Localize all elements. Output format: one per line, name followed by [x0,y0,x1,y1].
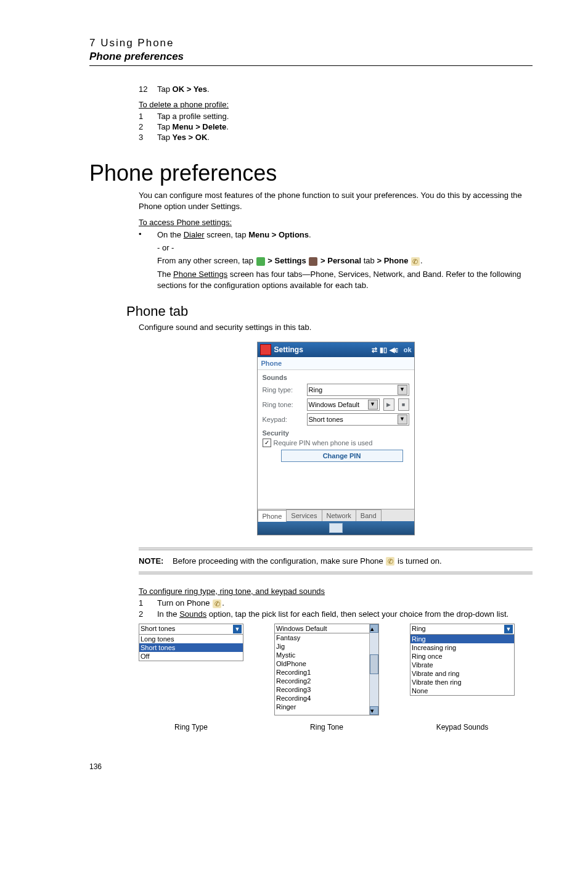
select-value: Windows Default [309,401,360,408]
list-item[interactable]: Increasing ring [410,643,514,652]
list-item[interactable]: None [410,686,514,695]
wm-titlebar: Settings ⇄ ▮▯ ◀ϵ ok [258,342,414,357]
require-pin-row: ✓ Require PIN when phone is used [263,439,409,447]
list-item[interactable]: Recording1 [275,668,369,677]
dd-selected[interactable]: Ring ▼ [410,624,514,635]
header-rule [89,65,533,66]
list-item[interactable]: Recording2 [275,677,369,685]
alt-line: From any other screen, tap > Settings > … [157,255,533,266]
list-item[interactable]: Ring once [410,652,514,661]
require-pin-label: Require PIN when phone is used [274,439,373,447]
keypad-sounds-dropdown: Ring ▼ Ring Increasing ring Ring once Vi… [410,624,515,715]
list-item[interactable]: Off [139,652,243,661]
dd-list: Long tones Short tones Off [139,635,243,661]
scroll-thumb[interactable] [370,654,378,674]
chevron-down-icon: ▼ [504,625,513,633]
text: Tap [157,122,173,131]
start-icon [256,257,265,266]
step-1: 1 Tap a profile setting. [139,112,533,121]
ring-tone-label: Ring tone: [263,401,303,408]
change-pin-button[interactable]: Change PIN [281,450,403,462]
note-box: NOTE: Before proceeding with the configu… [139,548,533,575]
bullet-text: On the Dialer screen, tap Menu > Options… [157,229,533,291]
chapter-title: 7 Using Phone [89,37,533,49]
intro-paragraph: You can configure most features of the p… [139,190,533,212]
text: From any other screen, tap [157,256,256,265]
play-button[interactable]: ▶ [383,398,394,411]
step-number: 1 [139,598,157,608]
tab-phone[interactable]: Phone [258,510,287,522]
list-item[interactable]: Fantasy [275,633,369,642]
list-item[interactable]: OldPhone [275,659,369,668]
volume-icon: ◀ϵ [390,345,399,354]
chevron-down-icon: ▼ [398,385,407,395]
scroll-up-icon[interactable]: ▴ [370,624,378,633]
step-text: Tap Yes > OK. [157,133,533,142]
bold-text: > Phone [377,256,410,265]
scrollbar[interactable]: ▴ ▾ [369,624,378,715]
tab-band[interactable]: Band [356,509,382,521]
configure-sounds-heading: To configure ring type, ring tone, and k… [139,587,533,596]
text: . [309,230,311,239]
page-number: 136 [89,762,533,771]
require-pin-checkbox[interactable]: ✓ [263,439,271,447]
note-label: NOTE: [139,556,173,566]
list-item[interactable]: Recording4 [275,694,369,703]
list-item[interactable]: Vibrate [410,661,514,669]
connectivity-icon: ⇄ [372,345,377,354]
screenshot-container: Settings ⇄ ▮▯ ◀ϵ ok Phone Sounds Ring ty… [139,342,533,535]
dd-selected[interactable]: Short tones ▼ [139,624,243,635]
config-step-1: 1 Turn on Phone ✆. [139,598,533,608]
keypad-row: Keypad: Short tones ▼ [263,413,409,426]
bold-text: > Personal [318,256,361,265]
list-item[interactable]: Ringer [275,703,369,711]
list-item[interactable]: Vibrate and ring [410,669,514,678]
text: . [207,84,210,94]
step-number: 2 [139,122,157,131]
wm-bottombar [258,521,414,535]
list-item[interactable]: Long tones [139,635,243,643]
access-settings-heading: To access Phone settings: [139,218,533,227]
select-value: Short tones [141,625,175,633]
list-item[interactable]: Jig [275,642,369,651]
caption-ring-tone: Ring Tone [274,723,379,732]
start-icon[interactable] [260,344,271,355]
ok-button[interactable]: ok [404,346,412,353]
step-text: Turn on Phone ✆. [157,598,533,608]
ring-type-row: Ring type: Ring ▼ [263,384,409,396]
text: . [226,122,229,131]
bold-text: OK > Yes [173,84,208,94]
wm-body: Sounds Ring type: Ring ▼ Ring tone: Wind… [258,370,414,466]
signal-icon: ▮▯ [380,345,387,354]
dd-selected[interactable]: Windows Default [275,624,369,633]
list-item[interactable]: Short tones [139,643,243,652]
ring-tone-select[interactable]: Windows Default ▼ [307,398,380,411]
step-text: Tap Menu > Delete. [157,122,533,131]
list-item[interactable]: Mystic [275,651,369,659]
dropdowns-row: Short tones ▼ Long tones Short tones Off… [139,624,533,715]
select-value: Short tones [309,416,343,423]
tab-network[interactable]: Network [322,509,356,521]
phone-icon: ✆ [411,257,420,266]
caption-row: Ring Type Ring Tone Keypad Sounds [139,723,533,732]
keypad-select[interactable]: Short tones ▼ [307,413,409,426]
tab-services[interactable]: Services [286,509,322,521]
keyboard-icon[interactable] [329,523,343,533]
step-3: 3 Tap Yes > OK. [139,133,533,142]
ring-tone-dropdown: Windows Default Fantasy Jig Mystic OldPh… [274,624,379,715]
scroll-down-icon[interactable]: ▾ [370,706,378,715]
wm-screenshot: Settings ⇄ ▮▯ ◀ϵ ok Phone Sounds Ring ty… [257,342,415,535]
list-item[interactable]: Vibrate then ring [410,678,514,686]
ring-type-select[interactable]: Ring ▼ [307,384,409,396]
select-value: Ring [412,625,426,633]
text: screen, tap [205,230,249,239]
or-text: - or - [157,242,533,253]
stop-button[interactable]: ■ [398,398,409,411]
list-item[interactable]: Recording3 [275,685,369,694]
sounds-label: Sounds [263,374,409,381]
window-title: Settings [274,345,303,354]
list-item[interactable]: Ring [410,635,514,643]
step-text: In the Sounds option, tap the pick list … [157,609,533,619]
settings-icon [309,257,317,266]
text: is turned on. [395,556,441,566]
